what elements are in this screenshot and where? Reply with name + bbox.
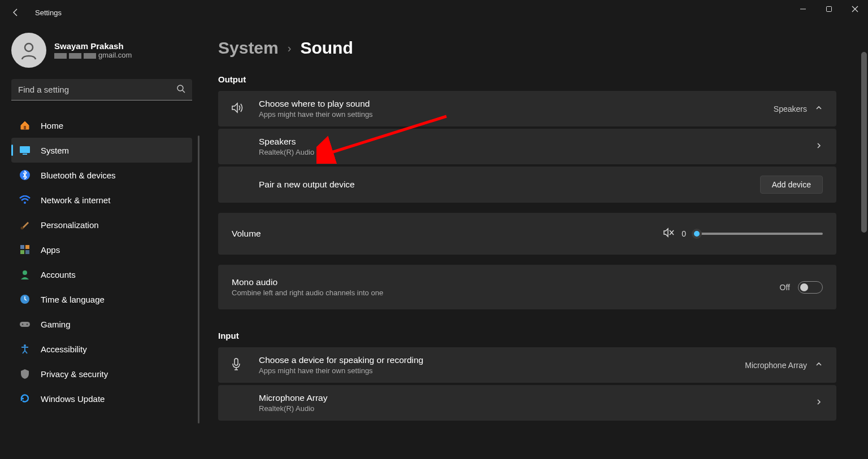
nav-system[interactable]: System — [11, 138, 192, 163]
chevron-up-icon — [815, 104, 823, 113]
card-title: Choose where to play sound — [259, 99, 774, 109]
mono-toggle[interactable] — [798, 281, 823, 294]
app-title: Settings — [35, 8, 62, 17]
svg-point-15 — [23, 270, 27, 275]
volume-slider[interactable] — [693, 233, 823, 235]
card-title: Microphone Array — [259, 393, 815, 403]
svg-point-19 — [27, 324, 28, 325]
page-scrollbar-thumb[interactable] — [861, 52, 867, 233]
search-icon — [176, 84, 185, 95]
svg-rect-17 — [20, 322, 30, 327]
input-device-value: Microphone Array — [745, 361, 807, 370]
card-title: Pair a new output device — [259, 180, 760, 190]
system-icon — [19, 145, 31, 156]
microphone-array-card[interactable]: Microphone Array Realtek(R) Audio — [218, 385, 836, 421]
search-box[interactable] — [11, 79, 192, 100]
volume-value: 0 — [682, 229, 686, 238]
nav-list: Home System Bluetooth & devices Network … — [11, 113, 192, 411]
card-title: Mono audio — [232, 277, 780, 287]
gamepad-icon — [19, 318, 31, 330]
card-subtitle: Realtek(R) Audio — [259, 148, 815, 156]
svg-rect-7 — [23, 154, 27, 155]
card-title: Choose a device for speaking or recordin… — [259, 355, 745, 365]
search-input[interactable] — [11, 79, 192, 100]
nav-bluetooth[interactable]: Bluetooth & devices — [11, 163, 192, 187]
nav-network[interactable]: Network & internet — [11, 187, 192, 212]
svg-rect-5 — [24, 126, 26, 129]
nav-label: Windows Update — [41, 394, 105, 404]
breadcrumb-parent[interactable]: System — [218, 38, 279, 58]
input-section-header: Input — [218, 331, 836, 340]
output-choose-card[interactable]: Choose where to play sound Apps might ha… — [218, 91, 836, 126]
page-scrollbar-track[interactable] — [860, 0, 868, 459]
speakers-card[interactable]: Speakers Realtek(R) Audio — [218, 129, 836, 164]
card-subtitle: Apps might have their own settings — [259, 366, 745, 375]
maximize-button[interactable] — [816, 0, 842, 18]
sidebar: Swayam Prakash gmail.com Home System Blu… — [0, 25, 203, 459]
update-icon — [19, 393, 31, 404]
breadcrumb-current: Sound — [300, 38, 353, 58]
svg-rect-6 — [20, 146, 30, 153]
nav-time[interactable]: Time & language — [11, 287, 192, 312]
profile-block[interactable]: Swayam Prakash gmail.com — [11, 33, 192, 68]
nav-home[interactable]: Home — [11, 113, 192, 138]
output-device-value: Speakers — [774, 104, 807, 113]
apps-icon — [19, 244, 31, 255]
svg-point-18 — [22, 324, 23, 325]
nav-label: Personalization — [41, 220, 99, 230]
mono-state: Off — [780, 283, 790, 292]
chevron-right-icon — [815, 142, 823, 151]
chevron-up-icon — [815, 360, 823, 370]
breadcrumb: System › Sound — [218, 38, 836, 58]
volume-label: Volume — [232, 229, 663, 239]
minimize-button[interactable] — [790, 0, 816, 18]
profile-email: gmail.com — [54, 51, 132, 59]
card-title: Speakers — [259, 137, 815, 147]
back-button[interactable] — [7, 3, 25, 21]
svg-rect-12 — [25, 245, 29, 249]
volume-card: Volume 0 — [218, 213, 836, 255]
clock-icon — [19, 294, 31, 305]
card-subtitle: Combine left and right audio channels in… — [232, 288, 780, 297]
nav-personalization[interactable]: Personalization — [11, 212, 192, 237]
nav-update[interactable]: Windows Update — [11, 386, 192, 411]
avatar — [11, 33, 46, 68]
output-section-header: Output — [218, 75, 836, 84]
sidebar-scrollbar[interactable] — [198, 135, 199, 423]
svg-point-10 — [21, 227, 24, 230]
mono-audio-card: Mono audio Combine left and right audio … — [218, 265, 836, 309]
nav-accessibility[interactable]: Accessibility — [11, 336, 192, 361]
speaker-icon — [232, 102, 244, 116]
card-subtitle: Apps might have their own settings — [259, 110, 774, 119]
nav-label: Accounts — [41, 270, 76, 279]
accessibility-icon — [19, 343, 31, 355]
nav-label: Home — [41, 121, 63, 130]
microphone-icon — [232, 358, 241, 373]
nav-label: Apps — [41, 245, 60, 255]
nav-accounts[interactable]: Accounts — [11, 262, 192, 287]
toggle-knob — [800, 283, 808, 291]
card-subtitle: Realtek(R) Audio — [259, 404, 815, 413]
content-area: System › Sound Output Choose where to pl… — [203, 25, 868, 459]
svg-line-4 — [183, 90, 185, 93]
nav-privacy[interactable]: Privacy & security — [11, 361, 192, 386]
wifi-icon — [19, 194, 31, 206]
nav-apps[interactable]: Apps — [11, 237, 192, 262]
profile-name: Swayam Prakash — [54, 41, 132, 51]
nav-gaming[interactable]: Gaming — [11, 312, 192, 336]
nav-label: System — [41, 146, 69, 155]
add-device-button[interactable]: Add device — [760, 176, 823, 194]
nav-label: Privacy & security — [41, 369, 108, 379]
nav-label: Network & internet — [41, 195, 110, 205]
svg-rect-1 — [827, 7, 832, 12]
brush-icon — [19, 219, 31, 230]
input-choose-card[interactable]: Choose a device for speaking or recordin… — [218, 347, 836, 383]
svg-point-3 — [177, 85, 183, 91]
svg-rect-13 — [20, 250, 24, 254]
mute-icon[interactable] — [663, 228, 675, 240]
person-icon — [19, 269, 31, 280]
nav-label: Accessibility — [41, 344, 87, 354]
nav-label: Time & language — [41, 295, 105, 304]
svg-rect-11 — [20, 245, 24, 249]
slider-thumb[interactable] — [692, 229, 702, 239]
